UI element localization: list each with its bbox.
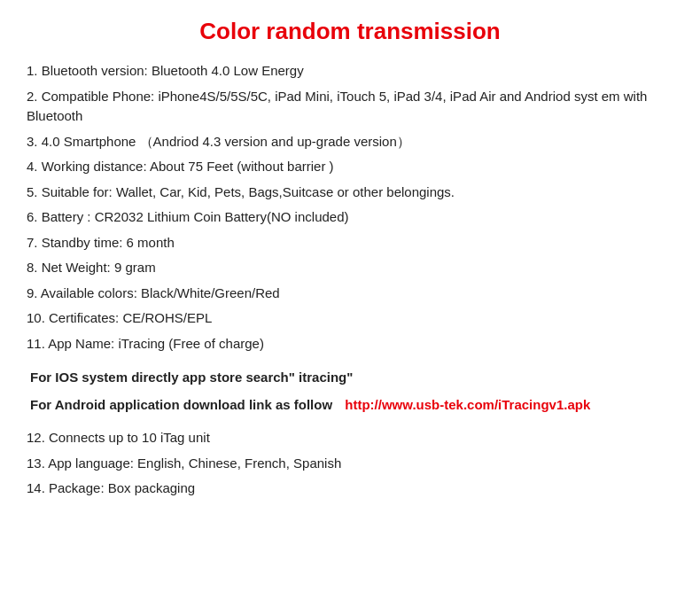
list-item: 9. Available colors: Black/White/Green/R… xyxy=(27,284,673,304)
list-item: 8. Net Weight: 9 gram xyxy=(27,258,673,278)
android-link: http://www.usb-tek.com/iTracingv1.apk xyxy=(345,397,590,412)
list-item: 1. Bluetooth version: Bluetooth 4.0 Low … xyxy=(27,61,673,82)
list-item: 11. App Name: iTracing (Free of charge) xyxy=(27,334,673,354)
android-note-text: For Android application download link as… xyxy=(30,397,332,412)
page-title: Color random transmission xyxy=(27,18,673,45)
ios-note: For IOS system directly app store search… xyxy=(27,370,673,385)
android-note: For Android application download link as… xyxy=(27,397,673,412)
list-item: 6. Battery : CR2032 Lithium Coin Battery… xyxy=(27,207,673,228)
list-item: 2. Compatible Phone: iPhone4S/5/5S/5C, i… xyxy=(27,87,673,127)
list-item: 10. Certificates: CE/ROHS/EPL xyxy=(27,308,673,329)
extra-spec-list: 12. Connects up to 10 iTag unit13. App l… xyxy=(27,428,673,499)
list-item: 4. Working distance: About 75 Feet (with… xyxy=(27,157,673,177)
list-item: 12. Connects up to 10 iTag unit xyxy=(27,428,673,448)
list-item: 14. Package: Box packaging xyxy=(27,479,673,499)
list-item: 7. Standby time: 6 month xyxy=(27,233,673,253)
list-item: 3. 4.0 Smartphone （Andriod 4.3 version a… xyxy=(27,132,673,152)
list-item: 5. Suitable for: Wallet, Car, Kid, Pets,… xyxy=(27,183,673,203)
spec-list: 1. Bluetooth version: Bluetooth 4.0 Low … xyxy=(27,61,673,354)
list-item: 13. App language: English, Chinese, Fren… xyxy=(27,454,673,474)
